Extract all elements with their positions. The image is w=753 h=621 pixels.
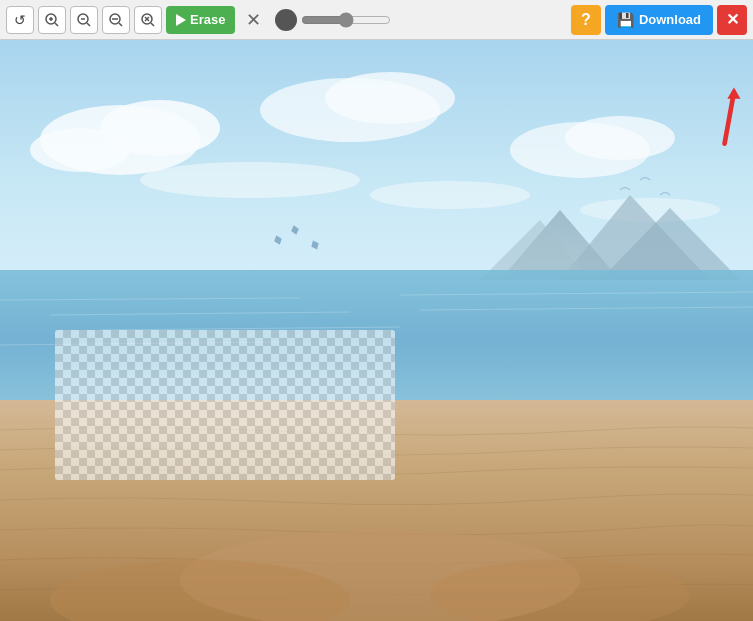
toolbar: ↺ Eras [0,0,753,40]
undo-button[interactable]: ↺ [6,6,34,34]
help-icon: ? [581,11,591,29]
erase-button[interactable]: Erase [166,6,235,34]
svg-point-24 [140,162,360,198]
help-button[interactable]: ? [571,5,601,35]
svg-line-13 [151,23,154,26]
svg-point-19 [30,128,130,172]
canvas-area[interactable] [0,40,753,621]
svg-line-8 [119,23,122,26]
beach-image [0,40,753,621]
svg-point-25 [370,181,530,209]
zoom-out-icon [76,12,92,28]
zoom-in-button[interactable] [38,6,66,34]
zoom-in-icon [44,12,60,28]
play-icon [176,14,186,26]
brush-size-control [275,9,391,31]
svg-point-23 [565,116,675,160]
clear-icon: ✕ [246,9,261,31]
close-icon: ✕ [726,10,739,29]
svg-line-6 [87,23,90,26]
download-label: Download [639,12,701,27]
close-button[interactable]: ✕ [717,5,747,35]
clear-button[interactable]: ✕ [239,6,267,34]
download-icon: 💾 [617,12,634,28]
erase-label: Erase [190,12,225,27]
download-button[interactable]: 💾 Download [605,5,713,35]
zoom-fit-icon [108,12,124,28]
svg-line-3 [55,23,58,26]
zoom-reset-icon [140,12,156,28]
zoom-reset-button[interactable] [134,6,162,34]
zoom-out-button[interactable] [70,6,98,34]
brush-dot [275,9,297,31]
svg-rect-42 [55,330,395,480]
brush-size-slider[interactable] [301,12,391,28]
svg-point-21 [325,72,455,124]
zoom-fit-button[interactable] [102,6,130,34]
